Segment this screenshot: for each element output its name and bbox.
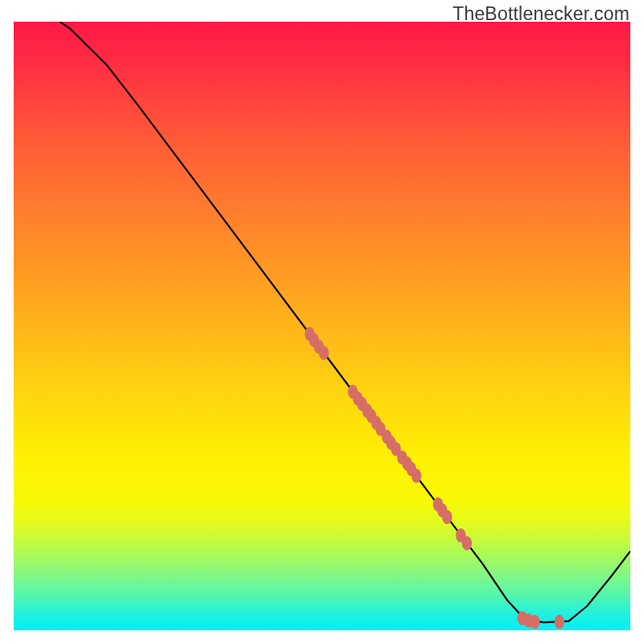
data-marker (442, 510, 452, 525)
bottleneck-curve (14, 22, 630, 622)
data-marker (319, 345, 328, 360)
data-marker (530, 615, 539, 630)
data-marker (555, 615, 564, 630)
bottleneck-chart: TheBottlenecker.com (0, 0, 644, 644)
plot-area (14, 22, 630, 630)
data-marker (462, 536, 472, 551)
curve-svg (14, 22, 630, 630)
marker-group (304, 327, 564, 629)
data-marker (411, 469, 421, 483)
